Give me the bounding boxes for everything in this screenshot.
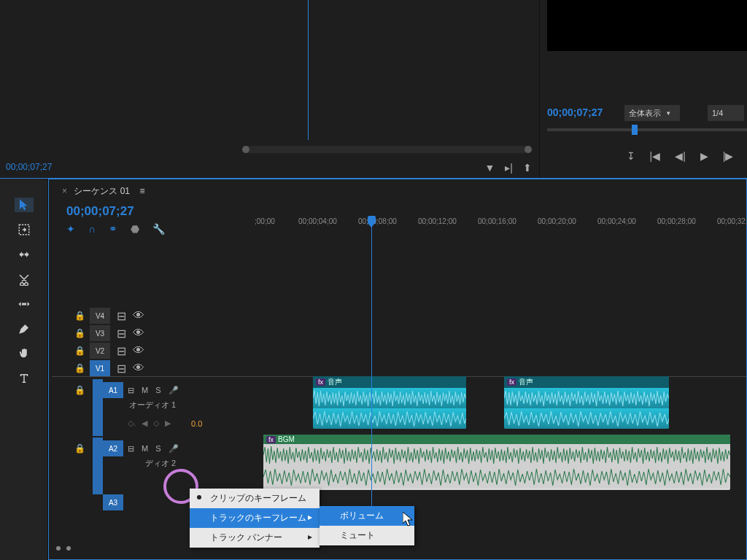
context-menu[interactable]: クリップのキーフレーム トラックのキーフレーム▸ トラック パンナー▸ [190, 489, 320, 548]
mute-button[interactable]: M [142, 444, 148, 453]
track-v3[interactable]: 🔒 V3 ⊟ 👁 [52, 325, 255, 341]
lock-icon[interactable]: 🔒 [52, 311, 85, 321]
step-fwd-icon[interactable]: |▶ [723, 150, 734, 162]
source-scrollbar[interactable] [242, 146, 532, 153]
submenu-mute[interactable]: ミュート [320, 526, 414, 545]
sequence-tab[interactable]: × シーケンス 01 ≡ [62, 185, 144, 198]
pen-tool[interactable] [15, 322, 34, 336]
audio-clip-2[interactable]: fx音声 [504, 376, 669, 429]
lock-icon[interactable]: 🔒 [52, 385, 85, 395]
lock-icon[interactable]: 🔒 [52, 346, 85, 356]
voiceover-icon[interactable]: 🎤 [169, 444, 179, 454]
source-monitor: 00;00;07;27 ▼ ▸| ⬆ [0, 0, 540, 178]
program-monitor: 00;00;07;27 全体表示▾ 1/4 ↧ |◀ ◀| ▶ |▶ [540, 0, 747, 178]
program-monitor-view[interactable] [547, 0, 747, 51]
sync-icon[interactable]: ⊟ [115, 327, 128, 341]
source-playhead[interactable] [308, 0, 309, 140]
fx-badge: fx [316, 378, 325, 386]
solo-button[interactable]: S [155, 444, 160, 453]
insert-icon[interactable]: ▸| [505, 162, 513, 174]
resolution-dropdown[interactable]: 1/4 [708, 105, 744, 121]
bgm-clip[interactable]: fxBGM [263, 435, 730, 490]
add-keyframe-icon[interactable]: ◇ [153, 419, 159, 428]
keyframe-toggle-icon[interactable]: ◇. [128, 419, 136, 428]
track-a2[interactable]: 🔒 A2 ⊟MS🎤 [52, 440, 255, 456]
marker-icon[interactable]: ⬣ [131, 223, 139, 235]
track-v1[interactable]: 🔒 V1 ⊟ 👁 [52, 360, 255, 376]
lock-icon[interactable]: 🔒 [52, 363, 85, 373]
eye-icon[interactable]: 👁 [132, 344, 145, 357]
settings-wrench-icon[interactable]: 🔧 [152, 223, 165, 235]
type-tool[interactable] [15, 371, 34, 386]
play-icon[interactable]: ▶ [700, 150, 708, 162]
track-a1-name: オーディオ 1 [129, 400, 176, 411]
export-icon[interactable]: ⬆ [523, 162, 532, 174]
fx-badge: fx [266, 436, 276, 443]
fit-dropdown[interactable]: 全体表示▾ [624, 105, 680, 121]
tool-palette [0, 179, 48, 560]
source-timecode[interactable]: 00;00;07;27 [6, 162, 52, 172]
sync-icon[interactable]: ⊟ [128, 386, 134, 395]
step-back-icon[interactable]: ◀| [675, 150, 686, 162]
track-select-tool[interactable] [15, 222, 34, 237]
mark-in-icon[interactable]: ↧ [627, 150, 635, 162]
lock-icon[interactable]: 🔒 [52, 328, 85, 338]
sync-icon[interactable]: ⊟ [115, 309, 128, 323]
linked-selection-icon[interactable]: ⚭ [109, 223, 117, 235]
sync-icon[interactable]: ⊟ [115, 362, 128, 376]
go-to-in-icon[interactable]: |◀ [650, 150, 661, 162]
mute-button[interactable]: M [142, 386, 148, 394]
voiceover-icon[interactable]: 🎤 [169, 386, 179, 395]
next-keyframe-icon[interactable]: ▶ [165, 419, 171, 428]
razor-tool[interactable] [15, 272, 34, 287]
hand-tool[interactable] [15, 346, 34, 361]
solo-button[interactable]: S [155, 386, 160, 394]
snap-icon[interactable]: ✦ [66, 223, 75, 235]
program-timecode[interactable]: 00;00;07;27 [547, 106, 603, 118]
zoom-scrollbar[interactable] [56, 545, 100, 552]
track-v2[interactable]: 🔒 V2 ⊟ 👁 [52, 343, 255, 359]
ripple-edit-tool[interactable] [15, 247, 34, 262]
track-a2-name: ディオ 2 [145, 458, 176, 469]
sync-icon[interactable]: ⊟ [128, 444, 134, 454]
time-ruler[interactable]: ;00;00 00;00;04;00 00;00;08;00 00;00;12;… [255, 217, 746, 235]
close-tab-icon[interactable]: × [62, 186, 67, 196]
slip-tool[interactable] [15, 297, 34, 311]
sync-icon[interactable]: ⊟ [115, 344, 128, 358]
selection-tool[interactable] [15, 198, 34, 212]
track-v4[interactable]: 🔒 V4 ⊟ 👁 [52, 308, 255, 324]
track-a1[interactable]: 🔒 A1 ⊟MS🎤 [52, 382, 255, 398]
lock-icon[interactable]: 🔒 [52, 443, 85, 454]
menu-track-panner[interactable]: トラック パンナー▸ [190, 528, 320, 548]
timeline-timecode[interactable]: 00;00;07;27 [66, 204, 134, 219]
eye-icon[interactable]: 👁 [132, 327, 145, 340]
submenu-volume[interactable]: ボリューム [320, 506, 414, 526]
magnet-icon[interactable]: ∩ [88, 223, 96, 235]
fx-badge: fx [507, 378, 516, 386]
eye-icon[interactable]: 👁 [132, 309, 145, 322]
timeline-panel: × シーケンス 01 ≡ 00;00;07;27 ✦ ∩ ⚭ ⬣ 🔧 ;00;0… [48, 179, 747, 560]
menu-clip-keyframes[interactable]: クリップのキーフレーム [190, 489, 320, 508]
prev-keyframe-icon[interactable]: ◀ [142, 419, 147, 428]
program-slider-handle[interactable] [632, 125, 638, 135]
tab-menu-icon[interactable]: ≡ [139, 186, 144, 196]
audio-clip-1[interactable]: fx音声 [313, 376, 466, 429]
eye-icon[interactable]: 👁 [132, 362, 145, 375]
timeline-playhead[interactable] [371, 216, 372, 539]
program-slider[interactable] [547, 128, 747, 131]
filter-icon[interactable]: ▼ [485, 162, 495, 174]
context-submenu[interactable]: ボリューム ミュート [320, 506, 414, 545]
menu-track-keyframes[interactable]: トラックのキーフレーム▸ [190, 508, 320, 528]
